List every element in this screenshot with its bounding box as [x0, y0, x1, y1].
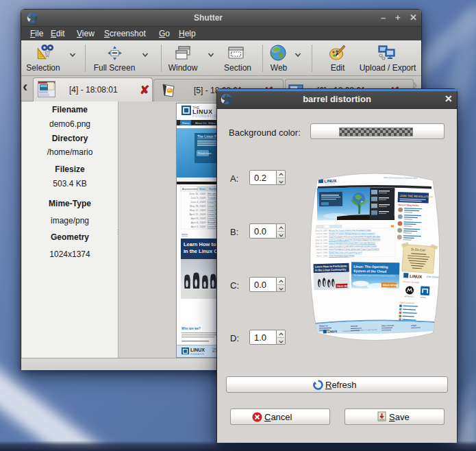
svg-text:April 8, 2009: April 8, 2009 [191, 217, 205, 220]
svg-text:LINUX: LINUX [410, 274, 422, 279]
svg-text:Partner: Partner [351, 325, 358, 328]
svg-text:NetApp: NetApp [421, 296, 427, 298]
svg-text:Announcements: Announcements [182, 188, 200, 191]
svg-text:READ MORE: READ MORE [337, 284, 352, 288]
svg-text:Legal: Legal [411, 324, 416, 327]
svg-text:Learn How to P: Learn How to P [184, 241, 221, 247]
svg-text:LINUX: LINUX [190, 348, 205, 352]
svg-text:Linux Foundation April Update: Linux Foundation April Update [329, 254, 355, 257]
svg-text:Home: Home [182, 121, 190, 125]
svg-text:April 6, 2009: April 6, 2009 [191, 221, 205, 224]
svg-text:FOUNDATION: FOUNDATION [325, 183, 336, 186]
svg-text:System of the Cloud: System of the Cloud [353, 269, 386, 273]
svg-text:in the Linux C: in the Linux C [184, 248, 218, 254]
svg-text:LINUX: LINUX [327, 330, 338, 334]
svg-text:Brand New Linux.com Launching: Brand New Linux.com Launching Soon [329, 251, 362, 254]
svg-text:Read more: Read more [198, 151, 212, 155]
svg-text:May 12, 2009: May 12, 2009 [316, 242, 327, 245]
svg-text:About Us: About Us [195, 121, 206, 125]
svg-text:The latest white paper from th: The latest white paper from the Linux Fo… [353, 274, 395, 278]
svg-text:May 12, 2009: May 12, 2009 [190, 209, 205, 212]
svg-text:June 4, 2009: June 4, 2009 [190, 201, 205, 204]
svg-text:June 4, 2009: June 4, 2009 [316, 236, 328, 239]
svg-text:June 9, 2009: June 9, 2009 [190, 197, 205, 199]
svg-text:Who are we?: Who are we? [181, 327, 201, 330]
svg-text:READ MORE: READ MORE [383, 284, 399, 287]
svg-text:April 22, 2009: April 22, 2009 [190, 213, 205, 216]
svg-text:FOUNDATION: FOUNDATION [190, 353, 204, 356]
svg-text:June 16, 2009: June 16, 2009 [315, 229, 327, 232]
svg-text:May 26, 2009: May 26, 2009 [190, 205, 205, 208]
svg-text:April 22, 2009: April 22, 2009 [316, 245, 328, 247]
svg-text:Stay Current: Stay Current [381, 324, 394, 328]
svg-text:more: more [181, 232, 188, 236]
svg-text:April 3, 2009: April 3, 2009 [191, 226, 205, 228]
svg-text:About us: About us [319, 324, 328, 327]
svg-text:June 9, 2009: June 9, 2009 [316, 232, 328, 235]
svg-text:April 6, 2009: April 6, 2009 [316, 252, 327, 254]
svg-text:May 26, 2009: May 26, 2009 [316, 239, 327, 241]
svg-text:June 16, 2009: June 16, 2009 [189, 193, 205, 195]
svg-text:News: News [199, 188, 205, 191]
svg-text:April 8, 2009: April 8, 2009 [316, 248, 327, 251]
svg-text:April 3, 2009: April 3, 2009 [316, 254, 327, 257]
